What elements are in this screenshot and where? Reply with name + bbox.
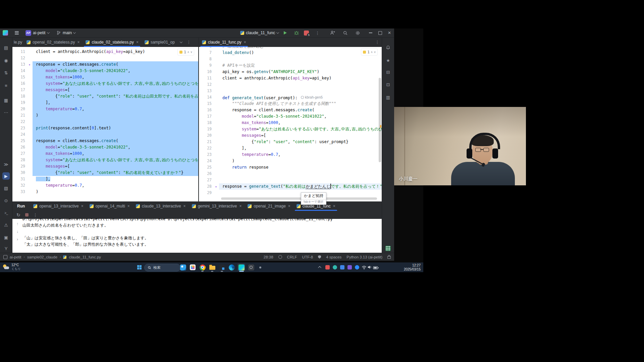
inspection-widget[interactable]: 1 ∧ ∨ bbox=[361, 48, 378, 56]
python-interpreter[interactable]: Python 3.13 (ai-petit) bbox=[346, 255, 382, 259]
breadcrumb-item[interactable]: claude_11_func.py bbox=[69, 255, 101, 259]
close-button[interactable]: ✕ bbox=[385, 28, 394, 37]
plugins-icon[interactable]: ▦ bbox=[2, 97, 10, 104]
taskbar-pycharm-icon[interactable] bbox=[237, 263, 245, 271]
tab-close-icon[interactable]: × bbox=[77, 40, 79, 45]
run-tab[interactable]: openai_14_multi× bbox=[87, 201, 133, 211]
editor-tab[interactable]: claude_11_func.py× bbox=[199, 38, 249, 47]
main-menu-button[interactable] bbox=[15, 28, 19, 37]
tab-close-icon[interactable]: × bbox=[81, 204, 84, 208]
volume-icon[interactable] bbox=[367, 265, 372, 271]
taskbar-indicator-icon[interactable] bbox=[256, 263, 264, 271]
python-console-icon[interactable]: ≫ bbox=[2, 161, 10, 168]
scroll-down-icon[interactable]: ↓ bbox=[16, 229, 18, 234]
commit-icon[interactable]: ◉ bbox=[2, 57, 10, 64]
run-icon[interactable]: ▶ bbox=[2, 172, 10, 180]
table-view-icon[interactable] bbox=[384, 245, 392, 252]
breadcrumb-item[interactable]: ai-petit bbox=[10, 255, 21, 259]
code-with-me-button[interactable] bbox=[330, 28, 335, 37]
project-widget[interactable]: AP ai-petit bbox=[25, 28, 49, 37]
tab-close-icon[interactable]: × bbox=[127, 204, 130, 208]
taskbar-clock[interactable]: 12:27 2025/03/15 bbox=[404, 263, 421, 271]
python-packages-icon[interactable]: ▧ bbox=[2, 184, 10, 192]
ai-assistant-icon[interactable]: ★ bbox=[384, 57, 392, 64]
inspection-widget[interactable]: 1 ∧ ∨ bbox=[177, 48, 194, 56]
tab-close-icon[interactable]: × bbox=[239, 204, 241, 208]
lock-icon[interactable] bbox=[387, 256, 391, 259]
editor-left[interactable]: 11client = anthropic.Anthropic(api_key=a… bbox=[12, 47, 198, 201]
build-icon[interactable]: ⊡ bbox=[384, 81, 392, 88]
tray-meet-icon[interactable] bbox=[354, 264, 360, 270]
vertical-scrollbar[interactable] bbox=[379, 78, 381, 162]
run-config-widget[interactable]: claude_11_func bbox=[240, 28, 279, 37]
editor-tab[interactable]: openai_02_stateless.py× bbox=[23, 38, 83, 47]
shield-icon[interactable] bbox=[318, 255, 321, 259]
run-button[interactable] bbox=[284, 28, 287, 37]
tool-window-toggle-icon[interactable] bbox=[3, 255, 7, 259]
notifications-icon[interactable] bbox=[384, 44, 392, 51]
breadcrumb-item[interactable]: sample02_claude bbox=[27, 255, 57, 259]
horizontal-scrollbar[interactable] bbox=[221, 197, 377, 200]
kebab-icon[interactable]: ⋮ bbox=[33, 213, 38, 217]
terminal-icon[interactable]: >_ bbox=[2, 209, 10, 217]
ime-suggestion[interactable]: かまど拓持 bbox=[301, 193, 326, 199]
stop-all-button[interactable]: 5 bbox=[304, 28, 309, 37]
todo-icon[interactable]: ▣ bbox=[2, 234, 10, 241]
prompt-icon[interactable]: › bbox=[17, 237, 18, 242]
minimize-button[interactable] bbox=[366, 28, 375, 37]
tray-extension-icon[interactable] bbox=[347, 264, 352, 270]
run-tab[interactable]: gemini_13_interactive× bbox=[189, 201, 245, 211]
project-folder-icon[interactable]: ▤ bbox=[2, 44, 10, 51]
chevron-up-icon[interactable]: ∧ bbox=[187, 49, 189, 55]
tray-chevron-up-icon[interactable] bbox=[317, 264, 323, 270]
run-tab[interactable]: openai_13_interactive× bbox=[30, 201, 86, 211]
taskbar-start-icon[interactable] bbox=[136, 263, 143, 271]
taskbar-chrome-icon[interactable] bbox=[199, 263, 206, 271]
structure-icon[interactable]: ≡ bbox=[2, 82, 10, 89]
tray-onedrive-icon[interactable] bbox=[339, 264, 345, 270]
version-control-icon[interactable]: Y bbox=[2, 245, 10, 252]
editor-tab[interactable]: claude_02_stateless.py× bbox=[83, 38, 141, 47]
dependencies-icon[interactable]: ▥ bbox=[384, 94, 392, 101]
more-actions-button[interactable]: ⋮ bbox=[315, 28, 320, 37]
file-encoding[interactable]: UTF-8 bbox=[302, 255, 313, 259]
battery-icon[interactable] bbox=[373, 265, 379, 271]
maximize-button[interactable] bbox=[376, 28, 384, 37]
inspections-profile-icon[interactable] bbox=[278, 255, 282, 259]
editor-tab[interactable]: sample01_op bbox=[142, 38, 178, 47]
tab-close-icon[interactable]: × bbox=[288, 204, 290, 208]
caret-position[interactable]: 28:38 bbox=[264, 255, 273, 259]
editor-right[interactable]: 6# 環境変数を読み込む7load_dotenv()89# APIキーを設定10… bbox=[199, 47, 382, 201]
debug-button[interactable] bbox=[294, 28, 299, 37]
taskbar-photos-icon[interactable] bbox=[189, 263, 197, 271]
taskbar-camera-icon[interactable] bbox=[247, 263, 255, 271]
more-icon[interactable]: ⋯ bbox=[2, 109, 10, 116]
services-icon[interactable]: ⊙ bbox=[2, 197, 10, 204]
taskbar-edge-icon[interactable] bbox=[228, 263, 235, 271]
editor-tab[interactable]: le.py bbox=[12, 38, 23, 47]
wifi-icon[interactable] bbox=[362, 265, 367, 271]
hidden-tabs-button[interactable] bbox=[178, 38, 184, 47]
stop-button[interactable] bbox=[25, 213, 29, 217]
indent-setting[interactable]: 4 spaces bbox=[326, 255, 341, 259]
weather-widget[interactable]: 12°Cくもり bbox=[3, 263, 21, 271]
problems-icon[interactable]: ⚠ bbox=[2, 221, 10, 229]
taskbar-search[interactable]: 検索 bbox=[144, 264, 180, 272]
pull-requests-icon[interactable]: ⇅ bbox=[2, 69, 10, 76]
chevron-up-icon[interactable]: ∧ bbox=[371, 49, 373, 55]
taskbar-devtool-icon[interactable] bbox=[218, 263, 226, 271]
tab-close-icon[interactable]: × bbox=[136, 40, 139, 45]
database-icon[interactable]: ⊟ bbox=[384, 68, 392, 76]
tray-teams-icon[interactable] bbox=[332, 264, 337, 270]
line-separator[interactable]: CRLF bbox=[287, 255, 297, 259]
taskbar-explorer-icon[interactable] bbox=[208, 263, 216, 271]
tab-close-icon[interactable]: × bbox=[183, 204, 186, 208]
tab-close-icon[interactable]: × bbox=[244, 40, 246, 45]
search-everywhere-button[interactable] bbox=[343, 28, 348, 37]
taskbar-swallow-icon[interactable] bbox=[179, 263, 187, 271]
rerun-button[interactable]: ↻ bbox=[16, 212, 20, 218]
chevron-down-icon[interactable]: ∨ bbox=[374, 49, 376, 55]
tab-options-button[interactable]: ⋮ bbox=[184, 38, 193, 47]
settings-button[interactable] bbox=[355, 28, 360, 37]
chevron-down-icon[interactable]: ∨ bbox=[191, 49, 192, 55]
